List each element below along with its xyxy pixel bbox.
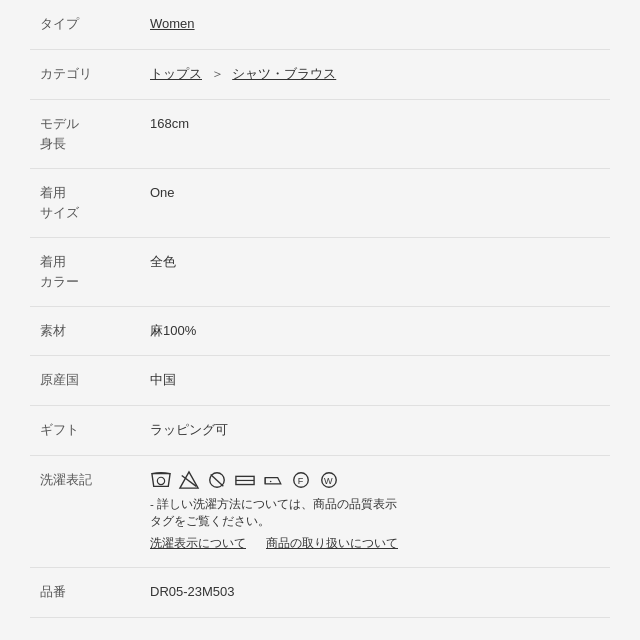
table-row: 素材麻100% bbox=[30, 306, 610, 356]
row-value: 中国 bbox=[140, 356, 610, 406]
row-label: 原産国 bbox=[30, 356, 140, 406]
row-value: F W - 詳しい洗濯方法については、商品の品質表示 タグをご覧ください。洗濯表… bbox=[140, 455, 610, 567]
row-label: モデル 身長 bbox=[30, 99, 140, 168]
row-value: 麻100% bbox=[140, 306, 610, 356]
detail-table: タイプWomenカテゴリトップス ＞ シャツ・ブラウスモデル 身長168cm着用… bbox=[30, 0, 610, 618]
table-row: ギフトラッピング可 bbox=[30, 406, 610, 456]
row-value: Women bbox=[140, 0, 610, 49]
wash-icon bbox=[150, 470, 172, 490]
row-label: 着用 サイズ bbox=[30, 168, 140, 237]
table-row: カテゴリトップス ＞ シャツ・ブラウス bbox=[30, 49, 610, 99]
row-value: ラッピング可 bbox=[140, 406, 610, 456]
svg-text:W: W bbox=[324, 476, 333, 486]
dry-clean-F-icon: F bbox=[290, 470, 312, 490]
svg-text:F: F bbox=[298, 476, 304, 486]
svg-point-0 bbox=[157, 477, 164, 484]
category-link-1[interactable]: トップス bbox=[150, 66, 202, 81]
row-label: 素材 bbox=[30, 306, 140, 356]
svg-line-3 bbox=[211, 475, 224, 487]
row-label: 品番 bbox=[30, 567, 140, 617]
laundry-icons: F W bbox=[150, 470, 600, 490]
row-value: トップス ＞ シャツ・ブラウス bbox=[140, 49, 610, 99]
dry-clean-W-icon: W bbox=[318, 470, 340, 490]
row-label: 洗濯表記 bbox=[30, 455, 140, 567]
laundry-links: 洗濯表示について商品の取り扱いについて bbox=[150, 534, 600, 552]
laundry-note: - 詳しい洗濯方法については、商品の品質表示 タグをご覧ください。 bbox=[150, 496, 600, 531]
row-label: 着用 カラー bbox=[30, 237, 140, 306]
product-handling-link[interactable]: 商品の取り扱いについて bbox=[266, 534, 398, 552]
table-row: 着用 サイズOne bbox=[30, 168, 610, 237]
category-link-2[interactable]: シャツ・ブラウス bbox=[232, 66, 336, 81]
bleach-forbidden-icon bbox=[178, 470, 200, 490]
row-value: 全色 bbox=[140, 237, 610, 306]
dry-flat-icon bbox=[234, 470, 256, 490]
table-row: 原産国中国 bbox=[30, 356, 610, 406]
row-label: ギフト bbox=[30, 406, 140, 456]
table-row: 洗濯表記 bbox=[30, 455, 610, 567]
dryclean-forbidden-icon bbox=[206, 470, 228, 490]
type-link[interactable]: Women bbox=[150, 16, 195, 31]
row-value: 168cm bbox=[140, 99, 610, 168]
row-label: タイプ bbox=[30, 0, 140, 49]
row-value: One bbox=[140, 168, 610, 237]
row-label: カテゴリ bbox=[30, 49, 140, 99]
laundry-guide-link[interactable]: 洗濯表示について bbox=[150, 534, 246, 552]
iron-low-icon bbox=[262, 470, 284, 490]
breadcrumb-arrow: ＞ bbox=[207, 66, 227, 81]
table-row: モデル 身長168cm bbox=[30, 99, 610, 168]
svg-point-7 bbox=[270, 481, 272, 483]
table-row: 品番DR05-23M503 bbox=[30, 567, 610, 617]
table-row: 着用 カラー全色 bbox=[30, 237, 610, 306]
table-row: タイプWomen bbox=[30, 0, 610, 49]
product-detail-table: タイプWomenカテゴリトップス ＞ シャツ・ブラウスモデル 身長168cm着用… bbox=[0, 0, 640, 640]
row-value: DR05-23M503 bbox=[140, 567, 610, 617]
